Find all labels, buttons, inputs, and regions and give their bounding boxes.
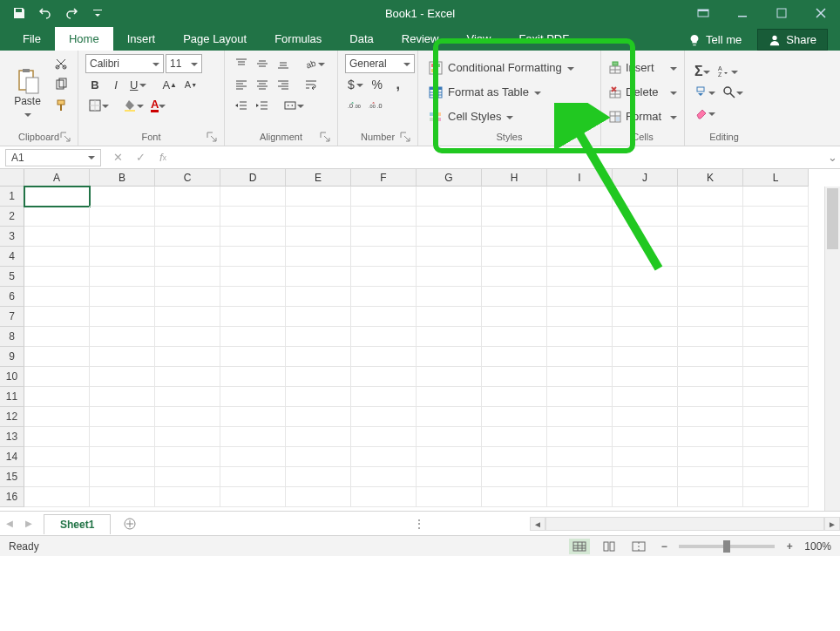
align-middle-button[interactable] xyxy=(253,54,272,73)
font-size-select[interactable]: 11 xyxy=(166,54,202,73)
cell[interactable] xyxy=(351,307,417,327)
cell[interactable] xyxy=(286,347,351,367)
align-bottom-button[interactable] xyxy=(274,54,293,73)
normal-view-button[interactable] xyxy=(569,539,590,554)
align-left-button[interactable] xyxy=(232,75,251,94)
name-box[interactable]: A1 xyxy=(5,149,101,166)
cell[interactable] xyxy=(24,287,90,307)
find-select-button[interactable] xyxy=(720,83,746,102)
cell[interactable] xyxy=(417,227,482,247)
cell[interactable] xyxy=(613,307,678,327)
row-header[interactable]: 9 xyxy=(0,347,24,367)
tab-home[interactable]: Home xyxy=(55,27,113,51)
cell[interactable] xyxy=(547,187,613,207)
cell[interactable] xyxy=(743,227,809,247)
clear-button[interactable] xyxy=(692,104,718,123)
row-header[interactable]: 12 xyxy=(0,407,24,427)
cell[interactable] xyxy=(743,287,809,307)
column-header[interactable]: A xyxy=(24,169,90,187)
formula-input[interactable] xyxy=(174,149,824,166)
wrap-text-button[interactable] xyxy=(301,75,321,94)
cell[interactable] xyxy=(417,347,482,367)
cell[interactable] xyxy=(482,187,547,207)
row-header[interactable]: 15 xyxy=(0,467,24,487)
cell[interactable] xyxy=(220,387,286,407)
cell[interactable] xyxy=(547,427,613,447)
cell[interactable] xyxy=(24,487,90,507)
copy-button[interactable] xyxy=(51,75,71,94)
insert-cells-button[interactable]: Insert xyxy=(608,57,677,79)
tab-foxit-pdf[interactable]: Foxit PDF xyxy=(505,27,583,51)
tab-data[interactable]: Data xyxy=(335,27,387,51)
column-header[interactable]: E xyxy=(286,169,351,187)
cell[interactable] xyxy=(286,467,351,487)
cell[interactable] xyxy=(24,387,90,407)
cell[interactable] xyxy=(743,447,809,467)
cell[interactable] xyxy=(678,287,743,307)
cell[interactable] xyxy=(417,427,482,447)
cell[interactable] xyxy=(678,207,743,227)
cell[interactable] xyxy=(482,327,547,347)
cell[interactable] xyxy=(351,287,417,307)
cell[interactable] xyxy=(613,487,678,507)
cell[interactable] xyxy=(155,287,220,307)
accounting-format-button[interactable]: $ xyxy=(345,75,366,94)
insert-function-icon[interactable]: fx xyxy=(152,149,174,166)
font-name-select[interactable]: Calibri xyxy=(85,54,164,73)
cell[interactable] xyxy=(547,367,613,387)
column-header[interactable]: I xyxy=(547,169,613,187)
cell[interactable] xyxy=(613,387,678,407)
cell[interactable] xyxy=(482,287,547,307)
cell[interactable] xyxy=(155,247,220,267)
cell[interactable] xyxy=(743,267,809,287)
row-header[interactable]: 2 xyxy=(0,207,24,227)
cell[interactable] xyxy=(613,427,678,447)
cell[interactable] xyxy=(678,307,743,327)
cell[interactable] xyxy=(678,447,743,467)
cell[interactable] xyxy=(417,327,482,347)
cell[interactable] xyxy=(417,307,482,327)
cell[interactable] xyxy=(613,327,678,347)
page-layout-view-button[interactable] xyxy=(599,539,620,554)
cell[interactable] xyxy=(678,247,743,267)
cell[interactable] xyxy=(286,267,351,287)
cell[interactable] xyxy=(24,427,90,447)
cell[interactable] xyxy=(155,347,220,367)
zoom-percent[interactable]: 100% xyxy=(804,540,831,553)
cell[interactable] xyxy=(220,447,286,467)
number-format-select[interactable]: General xyxy=(345,54,415,73)
delete-cells-button[interactable]: Delete xyxy=(608,81,677,104)
cell[interactable] xyxy=(547,347,613,367)
cell[interactable] xyxy=(351,427,417,447)
cell[interactable] xyxy=(417,267,482,287)
cell[interactable] xyxy=(613,347,678,367)
cell[interactable] xyxy=(743,187,809,207)
cell[interactable] xyxy=(286,227,351,247)
dialog-launcher-icon[interactable] xyxy=(400,132,410,142)
cell[interactable] xyxy=(482,347,547,367)
cell[interactable] xyxy=(90,287,155,307)
cell[interactable] xyxy=(547,287,613,307)
cell[interactable] xyxy=(24,307,90,327)
cell[interactable] xyxy=(743,307,809,327)
horizontal-scrollbar[interactable] xyxy=(545,517,824,531)
cell[interactable] xyxy=(482,367,547,387)
undo-icon[interactable] xyxy=(35,3,56,24)
cell[interactable] xyxy=(220,327,286,347)
cell[interactable] xyxy=(547,227,613,247)
cell[interactable] xyxy=(351,407,417,427)
grow-font-button[interactable]: A▲ xyxy=(159,75,180,94)
cell[interactable] xyxy=(90,447,155,467)
cell[interactable] xyxy=(547,447,613,467)
cell[interactable] xyxy=(220,227,286,247)
format-cells-button[interactable]: Format xyxy=(608,105,677,128)
row-header[interactable]: 1 xyxy=(0,187,24,207)
cell[interactable] xyxy=(220,427,286,447)
cell[interactable] xyxy=(90,327,155,347)
cell[interactable] xyxy=(155,447,220,467)
sort-filter-button[interactable]: AZ xyxy=(715,62,741,81)
row-header[interactable]: 10 xyxy=(0,367,24,387)
cell[interactable] xyxy=(547,267,613,287)
cell[interactable] xyxy=(220,367,286,387)
cell[interactable] xyxy=(155,267,220,287)
